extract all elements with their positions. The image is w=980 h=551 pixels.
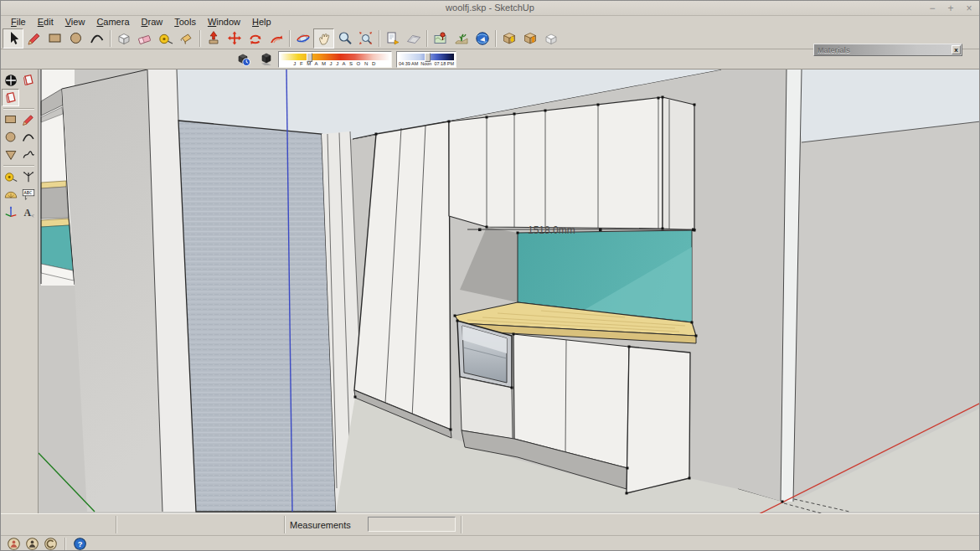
facestyle-button[interactable] [19,71,37,89]
shadow-date-slider[interactable]: J F M A M J J A S O N D [278,51,392,68]
toolbar-separator [197,29,203,48]
materials-panel[interactable]: Materials x [813,44,962,56]
measurements-input[interactable] [368,517,456,532]
shadows-toolbar: J F M A M J J A S O N D 04:39 AM Noon 07… [233,49,456,70]
pushpull-button[interactable] [203,28,224,49]
shadow-time-slider[interactable]: 04:39 AM Noon 07:18 PM [396,51,456,68]
rotate-button[interactable] [245,28,266,49]
zoom-icon [337,30,353,47]
textabc-button[interactable]: ABC [19,185,37,203]
toolbar-separator [2,106,37,111]
sharemodel-icon [522,30,539,47]
rect-button[interactable] [44,28,65,49]
shadowtog-button[interactable] [255,49,276,70]
offset-button[interactable] [266,28,286,49]
zoomext-icon [358,30,374,47]
model-viewport[interactable]: 1518.0mm [39,70,980,513]
menu-draw[interactable]: Draw [136,16,169,28]
text3d-button[interactable]: A [19,203,37,220]
circle-icon [3,130,18,145]
tape-button[interactable] [155,28,176,49]
tape-button[interactable] [2,167,19,185]
section-icon [405,30,422,47]
getmodel-icon [501,30,518,47]
zoom-button[interactable] [334,28,355,49]
tape-icon [3,169,18,184]
facestyle-button[interactable] [2,89,19,106]
arc-button[interactable] [19,128,37,146]
menu-camera[interactable]: Camera [90,16,135,28]
menu-window[interactable]: Window [202,16,246,28]
orbit-button[interactable] [292,28,313,49]
open-circle-button[interactable] [44,537,58,551]
zoomext-button[interactable] [355,28,376,49]
maximize-button[interactable]: + [946,1,956,16]
date-labels: J F M A M J J A S O N D [281,61,389,66]
addloc-button[interactable] [430,28,451,49]
kitchen-scene: 1518.0mm [39,70,980,513]
axes-button[interactable] [19,167,37,185]
minimize-button[interactable]: − [927,1,937,16]
sharecomp-button[interactable] [540,28,561,49]
help-button[interactable]: ? [73,537,87,551]
person-red-button[interactable] [7,537,21,551]
window-title: woolfj.skp - SketchUp [1,3,979,13]
time-slider-handle[interactable] [425,53,431,62]
paint-icon [178,30,195,47]
materials-close-icon[interactable]: x [952,45,961,54]
open-circle-icon [44,537,58,551]
axesrgb-button[interactable] [2,203,19,220]
close-button[interactable]: × [964,1,974,16]
getmodel-button[interactable] [498,28,519,49]
menu-view[interactable]: View [59,16,91,28]
protractor-button[interactable] [2,185,19,203]
move-icon [226,30,243,47]
section-button[interactable] [403,28,424,49]
component-icon [116,30,132,47]
compass-icon [3,73,18,88]
status-divider [284,516,285,533]
sharecomp-icon [543,30,560,47]
shadowdlg-button[interactable] [233,49,254,70]
arc-button[interactable] [86,28,107,49]
person-dark-button[interactable] [25,537,39,551]
toolbar-separator [424,29,430,48]
cursor-button[interactable] [3,28,23,49]
empty-slot [19,89,37,106]
paint-button[interactable] [176,28,197,49]
pencil-button[interactable] [23,28,44,49]
circle-button[interactable] [65,28,86,49]
globe-icon [474,30,491,47]
person-red-icon [7,537,21,551]
freehand-button[interactable] [19,146,37,163]
terrain-button[interactable] [451,28,472,49]
menu-edit[interactable]: Edit [32,16,59,28]
sharemodel-button[interactable] [519,28,540,49]
pan-button[interactable] [313,28,334,49]
cursor-icon [5,30,22,47]
offset-icon [268,30,285,47]
rect-icon [3,112,18,127]
compass-button[interactable] [2,71,19,89]
pencil-button[interactable] [19,111,37,128]
eraser-button[interactable] [134,28,155,49]
menu-file[interactable]: File [5,16,32,28]
concrete-pillar [178,121,336,512]
sketchup-window: woolfj.skp - SketchUp − + × File Edit Vi… [0,0,980,551]
pushpull-icon [205,30,222,47]
eraser-icon [137,30,153,47]
globe-button[interactable] [472,28,493,49]
menu-tools[interactable]: Tools [168,16,202,28]
menu-help[interactable]: Help [246,16,277,28]
date-slider-handle[interactable] [307,53,312,62]
circle-button[interactable] [2,128,19,146]
window-controls: − + × [927,1,974,16]
text3d-icon: A [21,204,36,219]
rect-button[interactable] [2,111,19,128]
exportimg-button[interactable] [382,28,403,49]
move-button[interactable] [224,28,245,49]
component-button[interactable] [113,28,134,49]
polygon-button[interactable] [2,146,19,163]
exportimg-icon [384,30,401,47]
axesrgb-icon [3,204,18,219]
